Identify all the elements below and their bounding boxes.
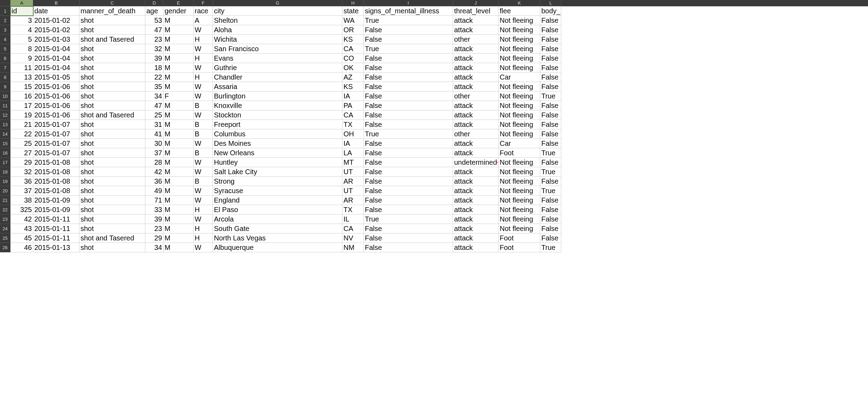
- cell[interactable]: 43: [11, 224, 33, 233]
- cell[interactable]: Not fleeing: [499, 158, 540, 167]
- cell[interactable]: M: [164, 25, 194, 35]
- cell[interactable]: M: [164, 167, 194, 177]
- cell[interactable]: 2015-01-06: [33, 101, 79, 110]
- cell[interactable]: NV: [342, 233, 364, 243]
- cell[interactable]: False: [540, 196, 561, 205]
- cell[interactable]: 2015-01-06: [33, 91, 79, 101]
- cell[interactable]: 37: [11, 186, 33, 196]
- cell[interactable]: False: [364, 110, 453, 120]
- row-header-10[interactable]: 10: [0, 91, 11, 101]
- cell[interactable]: id: [11, 6, 33, 16]
- cell[interactable]: Columbus: [213, 129, 342, 139]
- cell[interactable]: Wichita: [213, 35, 342, 44]
- cell[interactable]: W: [194, 243, 213, 252]
- cell[interactable]: True: [540, 243, 561, 252]
- cell[interactable]: 2015-01-08: [33, 186, 79, 196]
- cell[interactable]: shot: [79, 224, 145, 233]
- cell[interactable]: 53: [145, 16, 164, 25]
- row-header-15[interactable]: 15: [0, 139, 11, 148]
- cell[interactable]: False: [364, 243, 453, 252]
- cell[interactable]: 32: [11, 167, 33, 177]
- cell[interactable]: age: [145, 6, 164, 16]
- cell[interactable]: 18: [145, 63, 164, 73]
- cell[interactable]: Foot: [499, 148, 540, 158]
- cell[interactable]: attack: [453, 82, 499, 91]
- cell[interactable]: False: [364, 186, 453, 196]
- row-header-18[interactable]: 18: [0, 167, 11, 177]
- row-header-25[interactable]: 25: [0, 233, 11, 243]
- cell[interactable]: CA: [342, 110, 364, 120]
- cell[interactable]: other: [453, 129, 499, 139]
- row-header-6[interactable]: 6: [0, 54, 11, 63]
- cell[interactable]: 2015-01-04: [33, 63, 79, 73]
- cell[interactable]: Not fleeing: [499, 63, 540, 73]
- cell[interactable]: 33: [145, 205, 164, 214]
- cell[interactable]: 2015-01-09: [33, 205, 79, 214]
- cell[interactable]: Knoxville: [213, 101, 342, 110]
- column-header-G[interactable]: G: [213, 0, 342, 6]
- row-header-21[interactable]: 21: [0, 196, 11, 205]
- cell[interactable]: attack: [453, 63, 499, 73]
- cell[interactable]: South Gate: [213, 224, 342, 233]
- cell[interactable]: shot: [79, 82, 145, 91]
- cell[interactable]: 27: [11, 148, 33, 158]
- cell[interactable]: 42: [145, 167, 164, 177]
- cell[interactable]: IL: [342, 214, 364, 224]
- cell[interactable]: F: [164, 91, 194, 101]
- cell[interactable]: attack: [453, 54, 499, 63]
- cell[interactable]: England: [213, 196, 342, 205]
- cell[interactable]: 28: [145, 158, 164, 167]
- cell[interactable]: 2015-01-07: [33, 120, 79, 129]
- row-header-5[interactable]: 5: [0, 44, 11, 54]
- cell[interactable]: False: [364, 196, 453, 205]
- cell[interactable]: 8: [11, 44, 33, 54]
- cell[interactable]: 2015-01-08: [33, 177, 79, 186]
- cell[interactable]: Not fleeing: [499, 25, 540, 35]
- cell[interactable]: False: [364, 224, 453, 233]
- cell[interactable]: 38: [11, 196, 33, 205]
- cell[interactable]: shot: [79, 196, 145, 205]
- cell[interactable]: 31: [145, 120, 164, 129]
- row-header-14[interactable]: 14: [0, 129, 11, 139]
- cell[interactable]: True: [364, 214, 453, 224]
- cell[interactable]: attack: [453, 196, 499, 205]
- cell[interactable]: False: [364, 63, 453, 73]
- cell[interactable]: attack: [453, 214, 499, 224]
- cell[interactable]: attack: [453, 73, 499, 82]
- cell[interactable]: Arcola: [213, 214, 342, 224]
- cell[interactable]: El Paso: [213, 205, 342, 214]
- column-header-K[interactable]: K: [499, 0, 540, 6]
- cell[interactable]: 42: [11, 214, 33, 224]
- column-header-A[interactable]: A: [11, 0, 33, 6]
- row-header-20[interactable]: 20: [0, 186, 11, 196]
- cell[interactable]: 2015-01-06: [33, 82, 79, 91]
- cell[interactable]: CA: [342, 44, 364, 54]
- cell[interactable]: shot: [79, 158, 145, 167]
- cell[interactable]: shot: [79, 177, 145, 186]
- cell[interactable]: H: [194, 73, 213, 82]
- cell[interactable]: 36: [145, 177, 164, 186]
- cell[interactable]: False: [364, 54, 453, 63]
- cell[interactable]: attack: [453, 148, 499, 158]
- cell[interactable]: H: [194, 54, 213, 63]
- cell[interactable]: True: [364, 44, 453, 54]
- row-header-23[interactable]: 23: [0, 214, 11, 224]
- cell[interactable]: M: [164, 158, 194, 167]
- cell[interactable]: M: [164, 44, 194, 54]
- cell[interactable]: AZ: [342, 73, 364, 82]
- cell[interactable]: M: [164, 63, 194, 73]
- row-header-9[interactable]: 9: [0, 82, 11, 91]
- cell[interactable]: B: [194, 129, 213, 139]
- cell[interactable]: Freeport: [213, 120, 342, 129]
- cell[interactable]: 29: [145, 233, 164, 243]
- cell[interactable]: M: [164, 82, 194, 91]
- cell[interactable]: attack: [453, 233, 499, 243]
- cell[interactable]: shot: [79, 73, 145, 82]
- cell[interactable]: 2015-01-08: [33, 167, 79, 177]
- cell[interactable]: False: [540, 139, 561, 148]
- cell[interactable]: False: [540, 214, 561, 224]
- cell[interactable]: manner_of_death: [79, 6, 145, 16]
- column-header-F[interactable]: F: [194, 0, 213, 6]
- cell[interactable]: 2015-01-02: [33, 25, 79, 35]
- cell[interactable]: 22: [11, 129, 33, 139]
